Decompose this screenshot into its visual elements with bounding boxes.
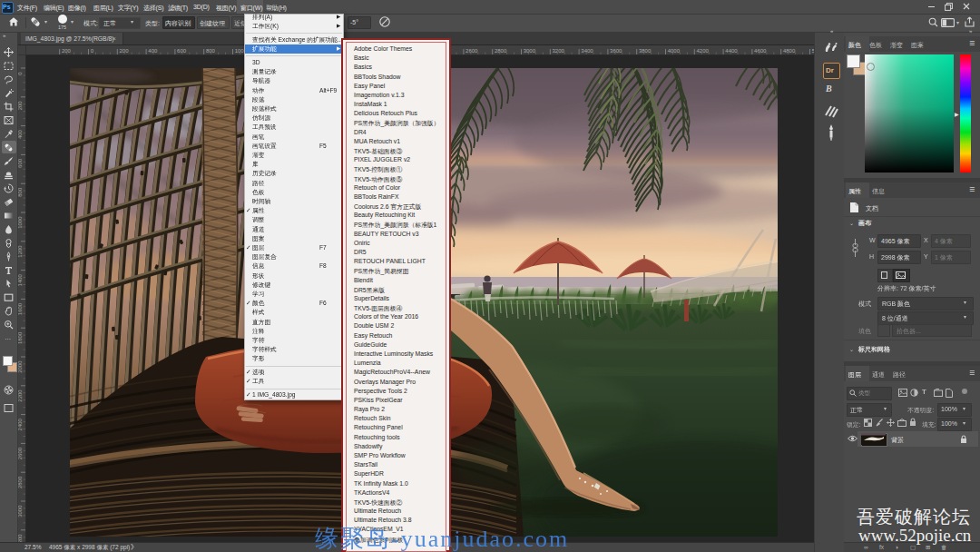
svg-text:3800: 3800 bbox=[639, 48, 652, 54]
svg-text:2600: 2600 bbox=[466, 48, 478, 54]
svg-text:3600: 3600 bbox=[610, 48, 622, 54]
svg-text:2800: 2800 bbox=[18, 476, 23, 488]
svg-text:4000: 4000 bbox=[668, 48, 681, 54]
svg-text:1000: 1000 bbox=[18, 216, 23, 229]
svg-text:800: 800 bbox=[18, 187, 23, 197]
svg-text:2000: 2000 bbox=[18, 360, 23, 373]
svg-text:200: 200 bbox=[120, 48, 130, 54]
svg-text:1400: 1400 bbox=[18, 273, 23, 286]
svg-text:1800: 1800 bbox=[18, 331, 23, 344]
svg-text:4200: 4200 bbox=[697, 48, 710, 54]
svg-text:3200: 3200 bbox=[553, 48, 565, 54]
svg-text:200: 200 bbox=[18, 101, 23, 111]
svg-text:2800: 2800 bbox=[495, 48, 507, 54]
svg-text:3000: 3000 bbox=[18, 505, 23, 518]
svg-text:4800: 4800 bbox=[783, 48, 796, 54]
svg-text:1200: 1200 bbox=[18, 245, 23, 258]
svg-text:200: 200 bbox=[62, 48, 72, 54]
svg-text:600: 600 bbox=[177, 48, 187, 54]
svg-text:3200: 3200 bbox=[18, 534, 23, 542]
svg-text:4400: 4400 bbox=[725, 48, 738, 54]
svg-text:2600: 2600 bbox=[18, 447, 23, 459]
svg-text:400: 400 bbox=[18, 129, 23, 139]
svg-text:1600: 1600 bbox=[18, 302, 23, 315]
svg-text:3000: 3000 bbox=[524, 48, 536, 54]
svg-text:400: 400 bbox=[148, 48, 158, 54]
svg-text:2400: 2400 bbox=[18, 418, 23, 430]
svg-text:0: 0 bbox=[91, 48, 94, 54]
svg-text:4600: 4600 bbox=[754, 48, 767, 54]
svg-text:600: 600 bbox=[18, 158, 23, 168]
svg-text:2200: 2200 bbox=[18, 389, 23, 402]
svg-text:3400: 3400 bbox=[581, 48, 593, 54]
svg-text:0: 0 bbox=[18, 72, 23, 75]
svg-text:800: 800 bbox=[206, 48, 216, 54]
